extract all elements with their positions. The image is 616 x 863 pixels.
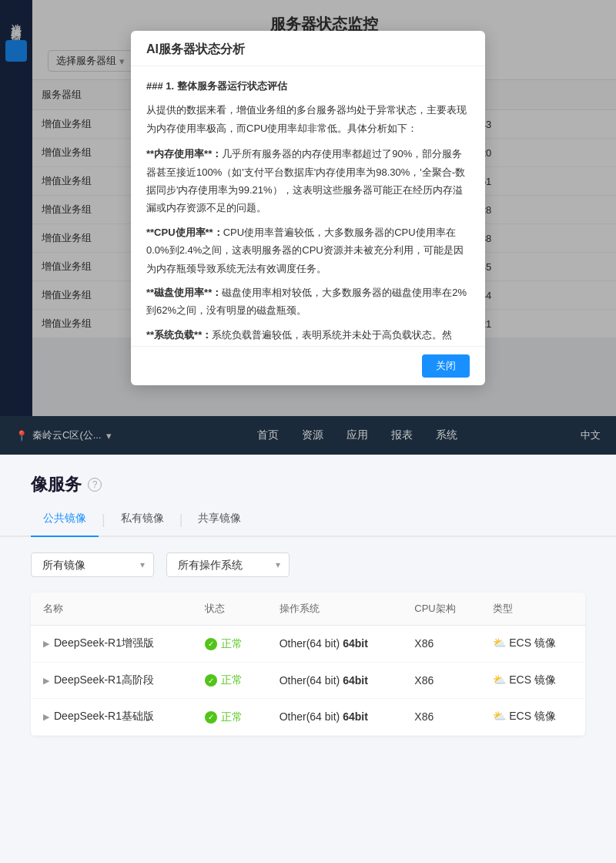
os-type-filter[interactable]: 所有操作系统 — [166, 552, 290, 577]
col-header-name: 名称 — [31, 593, 192, 626]
image-table-row[interactable]: ▶DeepSeek-R1增强版✓正常Other(64 bit) 64bitX86… — [31, 626, 585, 663]
os-type-filter-wrap: 所有操作系统 — [166, 552, 290, 577]
modal-title: AI服务器状态分析 — [131, 31, 485, 66]
col-header-os: 操作系统 — [267, 593, 403, 626]
image-arch-cell: X86 — [402, 626, 480, 663]
image-name-cell: ▶DeepSeek-R1高阶段 — [31, 662, 192, 699]
nav-item-首页[interactable]: 首页 — [257, 425, 279, 446]
chevron-down-icon: ▾ — [106, 430, 112, 442]
filters-area: 所有镜像 所有操作系统 — [0, 552, 616, 593]
image-service-section: 📍 秦岭云C区(公... ▾ 首页资源应用报表系统 中文 像服务 ? 公共镜像|… — [0, 416, 616, 863]
ai-analysis-modal: AI服务器状态分析 ### 1. 整体服务器运行状态评估从提供的数据来看，增值业… — [131, 31, 485, 385]
image-table: 名称 状态 操作系统 CPU架构 类型 ▶DeepSeek-R1增强版✓正常Ot… — [31, 593, 585, 736]
modal-overlay: AI服务器状态分析 ### 1. 整体服务器运行状态评估从提供的数据来看，增值业… — [0, 0, 616, 416]
modal-close-button[interactable]: 关闭 — [422, 354, 470, 378]
col-header-status: 状态 — [192, 593, 267, 626]
tab-2[interactable]: 共享镜像 — [186, 504, 253, 536]
image-status-cell: ✓正常 — [192, 662, 267, 699]
help-icon[interactable]: ? — [88, 478, 102, 492]
image-table-row[interactable]: ▶DeepSeek-R1高阶段✓正常Other(64 bit) 64bitX86… — [31, 662, 585, 699]
image-type-cell: ⛅ECS 镜像 — [480, 699, 585, 736]
image-table-row[interactable]: ▶DeepSeek-R1基础版✓正常Other(64 bit) 64bitX86… — [31, 699, 585, 736]
nav-item-应用[interactable]: 应用 — [346, 425, 368, 446]
image-status-cell: ✓正常 — [192, 626, 267, 663]
modal-intro: 从提供的数据来看，增值业务组的多台服务器均处于异常状态，主要表现为内存使用率极高… — [146, 101, 470, 137]
image-status-cell: ✓正常 — [192, 699, 267, 736]
image-os-cell: Other(64 bit) 64bit — [267, 662, 403, 699]
nav-item-系统[interactable]: 系统 — [436, 425, 457, 446]
image-type-filter[interactable]: 所有镜像 — [31, 552, 154, 577]
image-table-header-row: 名称 状态 操作系统 CPU架构 类型 — [31, 593, 585, 626]
modal-point: **磁盘使用率**：磁盘使用率相对较低，大多数服务器的磁盘使用率在2%到62%之… — [146, 284, 470, 320]
nav-bar: 📍 秦岭云C区(公... ▾ 首页资源应用报表系统 中文 — [0, 416, 616, 455]
image-arch-cell: X86 — [402, 662, 480, 699]
image-arch-cell: X86 — [402, 699, 480, 736]
tabs-area: 公共镜像|私有镜像|共享镜像 — [0, 504, 616, 537]
modal-point: **内存使用率**：几乎所有服务器的内存使用率都超过了90%，部分服务器甚至接近… — [146, 145, 470, 217]
nav-item-资源[interactable]: 资源 — [302, 425, 323, 446]
col-header-arch: CPU架构 — [402, 593, 480, 626]
page-title-area: 像服务 ? — [0, 455, 616, 504]
nav-item-报表[interactable]: 报表 — [391, 425, 413, 446]
location-pin-icon: 📍 — [15, 430, 28, 442]
modal-body: ### 1. 整体服务器运行状态评估从提供的数据来看，增值业务组的多台服务器均处… — [131, 66, 485, 346]
modal-footer: 关闭 — [131, 346, 485, 385]
nav-location[interactable]: 📍 秦岭云C区(公... ▾ — [15, 428, 112, 442]
page-title: 像服务 — [31, 473, 82, 496]
image-type-cell: ⛅ECS 镜像 — [480, 626, 585, 663]
image-name-cell: ▶DeepSeek-R1基础版 — [31, 699, 192, 736]
image-os-cell: Other(64 bit) 64bit — [267, 699, 403, 736]
image-type-cell: ⛅ECS 镜像 — [480, 662, 585, 699]
modal-point: **系统负载**：系统负载普遍较低，表明系统并未处于高负载状态。然而，由于内存使… — [146, 326, 470, 346]
image-os-cell: Other(64 bit) 64bit — [267, 626, 403, 663]
image-name-cell: ▶DeepSeek-R1增强版 — [31, 626, 192, 663]
nav-items: 首页资源应用报表系统 — [135, 425, 581, 446]
tab-divider: | — [176, 504, 186, 536]
image-type-filter-wrap: 所有镜像 — [31, 552, 154, 577]
tab-1[interactable]: 私有镜像 — [109, 504, 176, 536]
modal-heading: ### 1. 整体服务器运行状态评估 — [146, 77, 470, 95]
col-header-type: 类型 — [480, 593, 585, 626]
modal-point: **CPU使用率**：CPU使用率普遍较低，大多数服务器的CPU使用率在0.0%… — [146, 223, 470, 277]
nav-lang[interactable]: 中文 — [581, 428, 601, 442]
tab-0[interactable]: 公共镜像 — [31, 504, 99, 536]
server-monitor-section: 选择服务器组 服务器状态监控 选择服务器组 选择项目 服务器组 项目名称 服务器… — [0, 0, 616, 416]
tab-divider: | — [99, 504, 109, 536]
location-text: 秦岭云C区(公... — [32, 428, 102, 442]
image-table-wrap: 名称 状态 操作系统 CPU架构 类型 ▶DeepSeek-R1增强版✓正常Ot… — [0, 593, 616, 736]
